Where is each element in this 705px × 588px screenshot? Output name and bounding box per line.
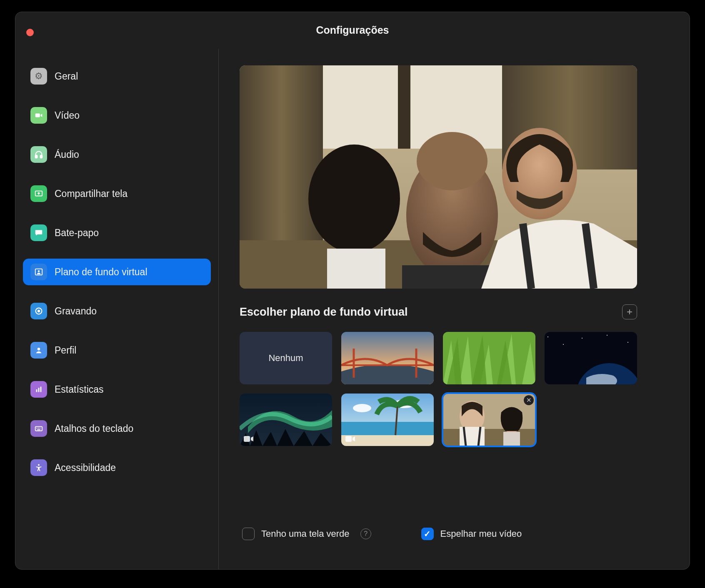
svg-point-47 [353, 404, 371, 412]
close-window-button[interactable] [26, 29, 34, 36]
window-title: Configurações [316, 24, 389, 36]
thumb-custom-movie[interactable]: ✕ [443, 394, 535, 446]
settings-window: Configurações ⚙ Geral Vídeo Áudio [15, 12, 690, 570]
accessibility-icon [30, 459, 47, 476]
sidebar-item-label: Atalhos do teclado [55, 423, 133, 434]
person-icon [30, 342, 47, 359]
mirror-option: Espelhar meu vídeo [421, 528, 522, 540]
svg-rect-13 [37, 428, 38, 429]
add-background-button[interactable] [622, 304, 637, 319]
svg-point-36 [563, 344, 564, 345]
chat-bubble-icon [30, 224, 47, 241]
svg-point-37 [582, 338, 582, 339]
svg-rect-1 [35, 155, 38, 158]
main-panel: Escolher plano de fundo virtual Nenhum [219, 49, 690, 569]
thumb-grass[interactable] [443, 332, 535, 384]
sidebar-item-chat[interactable]: Bate-papo [23, 219, 211, 246]
svg-point-38 [607, 335, 608, 336]
section-header: Escolher plano de fundo virtual [240, 304, 637, 319]
sidebar-item-label: Acessibilidade [55, 462, 116, 473]
gear-icon: ⚙ [30, 68, 47, 85]
titlebar: Configurações [15, 12, 690, 49]
bar-chart-icon [30, 381, 47, 398]
svg-rect-16 [37, 429, 40, 430]
video-camera-icon [30, 107, 47, 124]
thumb-beach[interactable] [341, 394, 434, 446]
mirror-label: Espelhar meu vídeo [440, 528, 522, 539]
recording-icon [30, 303, 47, 319]
svg-rect-21 [398, 65, 410, 149]
footer-options: Tenho uma tela verde ? Espelhar meu víde… [240, 523, 669, 557]
thumb-earth-space[interactable] [545, 332, 637, 384]
svg-point-7 [38, 310, 40, 312]
svg-rect-20 [323, 65, 506, 149]
sidebar-item-profile[interactable]: Perfil [23, 337, 211, 364]
svg-rect-26 [327, 249, 385, 289]
video-badge-icon [345, 435, 355, 443]
sidebar-item-label: Plano de fundo virtual [55, 267, 148, 278]
sidebar-item-statistics[interactable]: Estatísticas [23, 376, 211, 403]
share-screen-icon [30, 185, 47, 202]
svg-rect-32 [341, 364, 434, 366]
keyboard-icon [30, 420, 47, 437]
svg-rect-11 [40, 387, 42, 392]
svg-point-5 [38, 270, 40, 272]
svg-point-35 [548, 336, 548, 337]
sidebar-item-share-screen[interactable]: Compartilhar tela [23, 180, 211, 207]
svg-rect-14 [38, 428, 39, 429]
sidebar: ⚙ Geral Vídeo Áudio Compartilhar tel [15, 49, 219, 569]
video-badge-icon [244, 435, 254, 443]
svg-rect-49 [345, 436, 352, 442]
sidebar-item-recording[interactable]: Gravando [23, 298, 211, 324]
svg-rect-51 [443, 429, 535, 446]
svg-rect-12 [35, 426, 42, 431]
svg-rect-2 [40, 155, 42, 158]
video-preview [240, 65, 637, 289]
sidebar-item-label: Estatísticas [55, 384, 104, 395]
thumb-none[interactable]: Nenhum [240, 332, 332, 384]
svg-point-39 [628, 342, 628, 343]
sidebar-item-label: Bate-papo [55, 227, 99, 239]
sidebar-item-video[interactable]: Vídeo [23, 102, 211, 129]
svg-rect-55 [503, 432, 520, 446]
sidebar-item-label: Compartilhar tela [55, 188, 128, 199]
window-body: ⚙ Geral Vídeo Áudio Compartilhar tel [15, 49, 690, 569]
sidebar-item-keyboard-shortcuts[interactable]: Atalhos do teclado [23, 415, 211, 442]
greenscreen-label: Tenho uma tela verde [261, 528, 350, 539]
greenscreen-option: Tenho uma tela verde ? [242, 528, 371, 540]
svg-rect-15 [40, 428, 40, 429]
sidebar-item-audio[interactable]: Áudio [23, 141, 211, 168]
svg-rect-43 [244, 436, 250, 442]
sidebar-item-label: Áudio [55, 149, 79, 160]
svg-point-28 [417, 132, 488, 190]
thumb-golden-gate[interactable] [341, 332, 434, 384]
svg-rect-0 [35, 113, 40, 117]
sidebar-item-virtual-background[interactable]: Plano de fundo virtual [23, 259, 211, 285]
svg-point-17 [38, 464, 40, 466]
svg-rect-9 [36, 389, 38, 392]
greenscreen-checkbox[interactable] [242, 528, 255, 540]
sidebar-item-general[interactable]: ⚙ Geral [23, 63, 211, 90]
mirror-checkbox[interactable] [421, 528, 434, 540]
sidebar-item-label: Perfil [55, 345, 76, 356]
background-thumbnails: Nenhum [240, 332, 637, 446]
sidebar-item-label: Gravando [55, 306, 97, 317]
remove-thumb-button[interactable]: ✕ [524, 395, 534, 405]
headphones-icon [30, 146, 47, 163]
help-icon[interactable]: ? [360, 528, 371, 539]
thumb-aurora[interactable] [240, 394, 332, 446]
section-title: Escolher plano de fundo virtual [240, 306, 408, 319]
thumb-none-label: Nenhum [268, 353, 303, 364]
sidebar-item-label: Vídeo [55, 110, 80, 121]
virtual-background-icon [30, 264, 47, 280]
sidebar-item-label: Geral [55, 71, 78, 82]
sidebar-item-accessibility[interactable]: Acessibilidade [23, 454, 211, 481]
svg-rect-10 [38, 388, 40, 392]
svg-point-8 [38, 348, 40, 350]
